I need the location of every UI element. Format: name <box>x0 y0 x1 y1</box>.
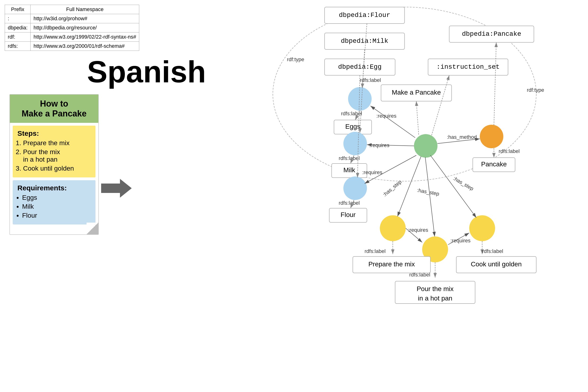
req-eggs: Eggs <box>22 194 91 202</box>
recipe-title: How to Make a Pancake <box>10 94 98 123</box>
requires-eggs-edge <box>370 106 415 138</box>
rdfs-label-pour: rdfs:label <box>409 272 430 278</box>
namespace-table: Prefix Full Namespace : http://w3id.org/… <box>5 5 139 51</box>
flour-node-text: dbpedia:Flour <box>339 12 390 19</box>
instruction-set-node-text: :instruction_set <box>437 63 500 70</box>
requirements-heading: Requirements: <box>17 184 91 192</box>
ns-header-namespace: Full Namespace <box>30 5 139 14</box>
prepare-label-text: Prepare the mix <box>368 260 415 268</box>
instruction-set-line <box>432 75 449 135</box>
arrow-icon <box>101 179 132 198</box>
ns-value-rdf: http://www.w3.org/1999/02/22-rdf-syntax-… <box>30 32 139 42</box>
req-flour: Flour <box>22 212 91 219</box>
step-2: Pour the mixin a hot pan <box>23 148 91 163</box>
step-3: Cook until golden <box>23 165 91 172</box>
has-step-label-1: :has_step <box>382 178 403 198</box>
requires-eggs-label: :requires <box>376 113 397 119</box>
rdfs-label-cook: rdfs:label <box>482 248 503 254</box>
req-milk: Milk <box>22 203 91 210</box>
has-step-label-2: :has_step <box>417 187 440 197</box>
pancake-label-text: Pancake <box>481 160 507 168</box>
recipe-steps-section: Steps: Prepare the mix Pour the mixin a … <box>13 126 95 178</box>
ns-prefix-colon: : <box>5 14 30 23</box>
has-method-label: :has_method <box>447 134 477 140</box>
cook-step-circle <box>469 215 495 241</box>
step-1: Prepare the mix <box>23 139 91 147</box>
milk-label-text: Milk <box>343 166 355 174</box>
recipe-card: How to Make a Pancake Steps: Prepare the… <box>9 94 99 235</box>
rdfs-label-make-pancake-line <box>416 101 419 134</box>
pancake-db-line <box>494 42 496 125</box>
has-step-edge-1 <box>398 156 421 216</box>
make-pancake-text: Make a Pancake <box>392 89 441 96</box>
rdfs-label-flour: rdfs:label <box>339 200 360 206</box>
rdfs-label-pancake-orange: rdfs:label <box>499 148 520 154</box>
milk-node-text: dbpedia:Milk <box>341 38 388 45</box>
requires-step-label-1: :requires <box>408 227 428 233</box>
rdfs-label-milk: rdfs:label <box>339 155 360 161</box>
cook-label-text: Cook until golden <box>471 260 522 268</box>
central-green-node <box>414 134 438 158</box>
svg-marker-0 <box>101 179 132 198</box>
ns-prefix-rdfs: rdfs: <box>5 42 30 51</box>
rdf-type-label-right: rdf:type <box>527 87 544 93</box>
ns-value-dbpedia: http://dbpedia.org/resource/ <box>30 23 139 32</box>
ns-prefix-dbpedia: dbpedia: <box>5 23 30 32</box>
pour-label-text-2: in a hot pan <box>418 294 452 302</box>
card-fold <box>86 222 98 234</box>
rdfs-label-prepare: rdfs:label <box>365 248 386 254</box>
eggs-label-text: Eggs <box>345 123 360 130</box>
ns-header-prefix: Prefix <box>5 5 30 14</box>
prepare-step-circle <box>380 215 406 241</box>
milk-circle <box>343 132 367 155</box>
egg-node-text: dbpedia:Egg <box>338 63 382 70</box>
pour-label-text-1: Pour the mix <box>417 285 454 292</box>
eggs-circle <box>348 87 372 110</box>
graph-diagram: dbpedia:Flour dbpedia:Milk dbpedia:Panca… <box>129 0 588 392</box>
flour-circle <box>343 176 367 200</box>
pancake-orange-node <box>480 125 503 148</box>
ns-prefix-rdf: rdf: <box>5 32 30 42</box>
has-step-edge-2 <box>425 157 435 236</box>
requires-step-label-2: :requires <box>450 238 471 244</box>
pancake-db-node-text: dbpedia:Pancake <box>462 30 521 38</box>
ns-value-colon: http://w3id.org/prohow# <box>30 14 139 23</box>
rdf-type-label-left: rdf:type <box>287 56 304 62</box>
flour-label-text: Flour <box>341 211 356 218</box>
recipe-requirements-section: Requirements: Eggs Milk Flour <box>13 180 95 224</box>
requires-flour-label: :requires <box>362 170 382 175</box>
ns-value-rdfs: http://www.w3.org/2000/01/rdf-schema# <box>30 42 139 51</box>
steps-heading: Steps: <box>17 130 91 138</box>
